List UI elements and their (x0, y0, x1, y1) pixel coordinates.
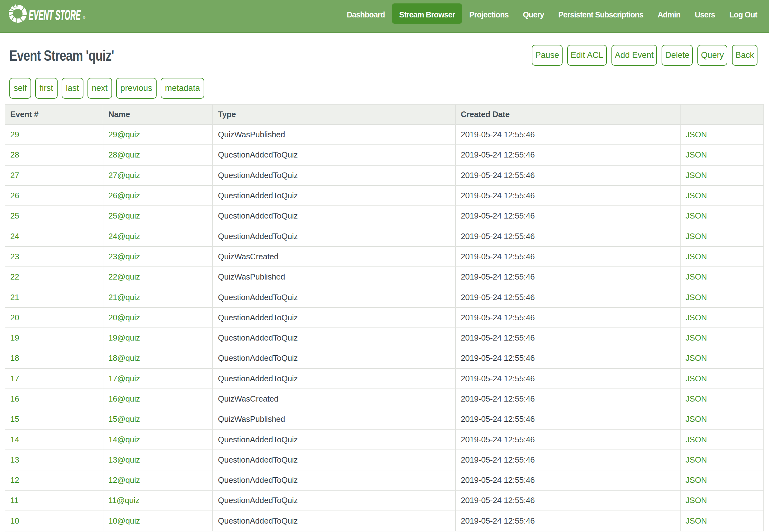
svg-text:EVENT STORE: EVENT STORE (29, 7, 81, 23)
svg-text:®: ® (83, 16, 85, 19)
